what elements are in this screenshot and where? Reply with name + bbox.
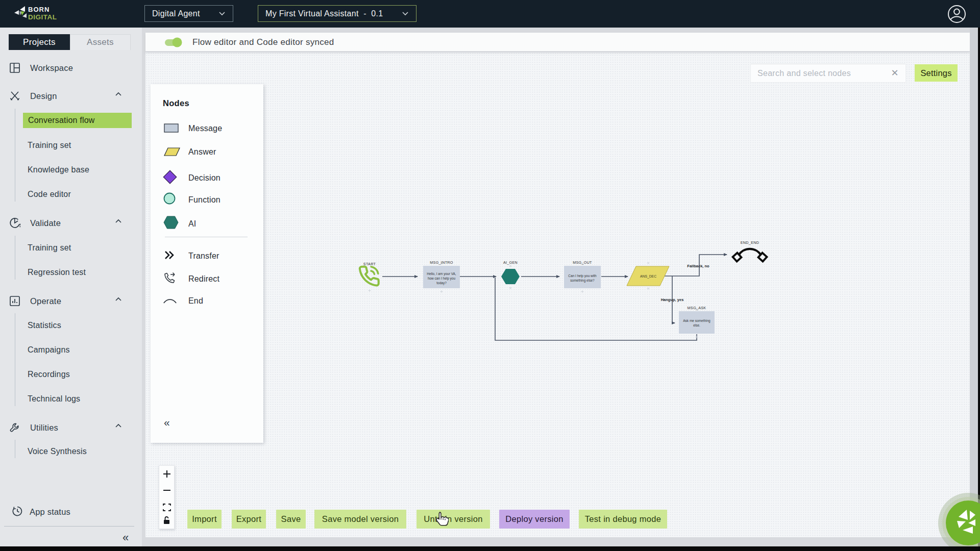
svg-text:ANS_DEC: ANS_DEC bbox=[640, 274, 656, 279]
svg-text:BORN: BORN bbox=[28, 6, 50, 13]
svg-text:today?: today? bbox=[436, 281, 447, 285]
svg-text:AI_GEN: AI_GEN bbox=[503, 260, 518, 265]
svg-text:MSG_INTRO: MSG_INTRO bbox=[430, 260, 453, 265]
svg-text:how can I help you: how can I help you bbox=[428, 277, 456, 281]
svg-text:START: START bbox=[363, 262, 376, 266]
svg-text:Can I help you with: Can I help you with bbox=[568, 274, 597, 278]
svg-text:something else?: something else? bbox=[570, 279, 595, 283]
svg-text:END_END: END_END bbox=[741, 240, 759, 245]
svg-text:MSG_ASK: MSG_ASK bbox=[688, 306, 706, 310]
svg-text:DIGITAL: DIGITAL bbox=[28, 13, 57, 21]
svg-text:Hello, I am your VA,: Hello, I am your VA, bbox=[427, 272, 456, 276]
svg-text:else.: else. bbox=[693, 323, 700, 327]
svg-text:Ask me something: Ask me something bbox=[683, 319, 710, 323]
svg-text:Fallback, no: Fallback, no bbox=[687, 264, 709, 268]
svg-text:Hangup, yes: Hangup, yes bbox=[661, 297, 684, 302]
svg-text:MSG_OUT: MSG_OUT bbox=[573, 260, 592, 265]
